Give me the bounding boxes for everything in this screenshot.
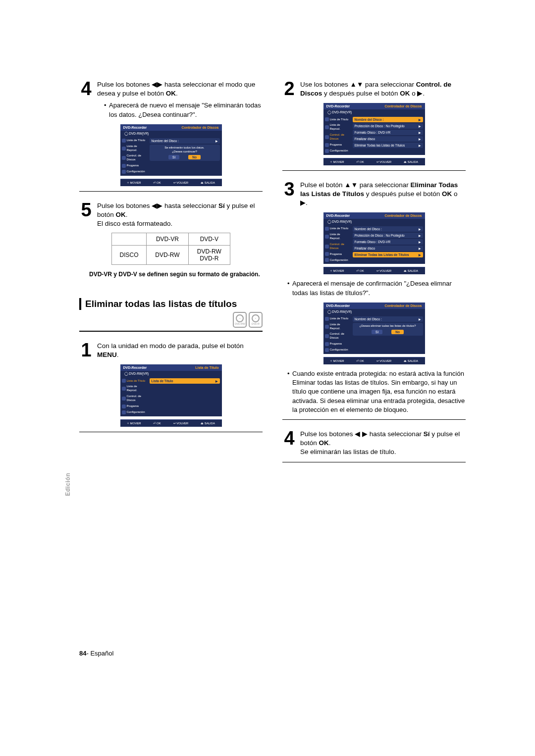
step-text: Con la unidad en modo de parada, pulse e…	[97, 341, 263, 359]
step-number: 3	[282, 180, 296, 199]
f: ⏏ SALIDA	[404, 269, 418, 272]
si: Lista de Reprod.	[330, 233, 349, 241]
f: ↩ VOLVER	[173, 181, 189, 184]
f: ⏎ OK	[356, 160, 364, 163]
divider	[79, 191, 263, 192]
step-number: 2	[282, 79, 296, 98]
f: ⏎ OK	[356, 269, 364, 272]
f: ⏎ OK	[153, 181, 160, 184]
td: DVD-RW DVD-R	[188, 245, 230, 264]
osd-row: Protección de Disco : No Protegido▶	[353, 123, 423, 129]
step3-bullets2: Cuando existe entrada protegida: no esta…	[287, 369, 466, 414]
step4: 4 Pulse los botones ◀▶ hasta seleccionar…	[79, 79, 263, 98]
t: ◯ DVD-RW(VR)	[323, 219, 425, 225]
t: ◯ DVD-RW(VR)	[323, 109, 425, 115]
t: Sí	[424, 430, 430, 438]
msg: Se eliminarán todos los datos.	[152, 146, 218, 150]
osd-btn-si: Sí	[168, 155, 179, 159]
heading-underline	[79, 331, 263, 332]
num: 84	[79, 650, 86, 657]
f: ⏏ SALIDA	[404, 160, 418, 163]
osd-btn-si: Sí	[372, 330, 382, 334]
step-number: 4	[282, 429, 296, 448]
bullet: Aparecerá el mensaje de confirmación "¿D…	[287, 279, 466, 297]
t: Lista de Titulo	[195, 366, 218, 369]
si: Lista de Reprod.	[127, 145, 146, 152]
osd-row: Eliminar Todas las Listas de Títulos▶	[353, 252, 423, 257]
th: DVD-VR	[147, 233, 188, 245]
row: Nombre del Disco :	[355, 317, 382, 321]
t: DVD-Recorder	[326, 104, 350, 108]
f: ⏎ OK	[153, 421, 160, 425]
si: Lista de Título	[330, 118, 349, 122]
si: Configuración	[330, 348, 348, 352]
step2: 2 Use los botones ▲▼ para seleccionar Co…	[282, 79, 466, 98]
osd-row: Finalizar disco▶	[353, 136, 423, 142]
t: OK	[319, 439, 329, 447]
msg: ¿Desea eliminar todas las listas de títu…	[355, 324, 421, 328]
txt: OK	[166, 90, 176, 97]
f: ↩ VOLVER	[173, 421, 189, 425]
f: ✧ MOVER	[330, 359, 344, 362]
t: Controlador de Discos	[384, 214, 422, 217]
osd-sidebar: Lista de Título Lista de Reprod. Control…	[120, 137, 148, 176]
t: .	[126, 211, 128, 218]
t: o ▶.	[410, 90, 425, 97]
right-column: 2 Use los botones ▲▼ para seleccionar Co…	[282, 79, 466, 471]
divider	[282, 170, 466, 171]
t: ◯ DVD-RW(VR)	[120, 371, 222, 377]
t: Se eliminarán las listas de título.	[300, 448, 396, 455]
t: Use los botones ▲▼ para seleccionar	[300, 81, 416, 88]
left-column: 4 Pulse los botones ◀▶ hasta seleccionar…	[79, 79, 263, 471]
t: OK	[116, 211, 126, 218]
t: Con la unidad en modo de parada, pulse e…	[97, 342, 244, 350]
step-number: 4	[79, 79, 93, 98]
osd-btn-no: No	[391, 330, 404, 334]
t: Controlador de Discos	[384, 304, 422, 307]
si: Progama	[330, 143, 342, 147]
step5: 5 Pulse los botones ◀▶ hasta seleccionar…	[79, 201, 263, 229]
msg: ¿Desea continuar?	[152, 150, 218, 154]
table-note: DVD-VR y DVD-V se definen según su forma…	[79, 271, 263, 279]
si: Lista de Reprod.	[330, 123, 349, 131]
t: y después pulse el botón	[364, 190, 442, 198]
v: DVD-RW	[193, 248, 226, 255]
v: DVD-R	[193, 255, 226, 262]
f: ✧ MOVER	[330, 160, 344, 163]
t: DVD-Recorder	[326, 304, 350, 307]
row: Nombre del Disco :	[152, 139, 179, 143]
si: Configuración	[127, 170, 145, 174]
si: Lista de Título	[127, 139, 146, 143]
si: Control. de Discos	[330, 332, 349, 340]
si: Configuración	[330, 149, 348, 153]
si: Configuración	[330, 258, 348, 262]
bullet: Aparecerá de nuevo el mensaje "Se elimin…	[104, 101, 263, 119]
f: ↩ VOLVER	[376, 359, 392, 362]
f: ✧ MOVER	[127, 181, 141, 184]
t: Pulse los botones ◀ ▶ hasta seleccionar	[300, 430, 424, 438]
section-heading: Eliminar todas las listas de títulos	[79, 298, 263, 310]
si: Progama	[127, 164, 139, 168]
heading-bar	[79, 298, 81, 310]
heading-text: Eliminar todas las listas de títulos	[85, 298, 237, 310]
t: Sí	[218, 202, 225, 209]
dvd-format-table: DVD-VR DVD-V DISCO DVD-RW DVD-RW DVD-R	[111, 233, 230, 265]
f: ↩ VOLVER	[376, 160, 392, 163]
lang: - Español	[86, 650, 113, 657]
t: Controlador de Discos	[384, 104, 422, 108]
si: Control. de Discos	[330, 243, 349, 251]
step-number: 5	[79, 201, 93, 219]
side-tab-label: Edición	[64, 473, 71, 496]
t: .	[117, 351, 119, 358]
osd-row: Finalizar disco▶	[353, 246, 423, 251]
osd-step1: DVD-Recorder Lista de Titulo ◯ DVD-RW(VR…	[120, 364, 222, 426]
si: Lista de Título	[330, 317, 349, 321]
t: MENU	[97, 351, 117, 358]
t: ◯ DVD-RW(VR)	[323, 309, 425, 315]
f: ⏎ OK	[356, 359, 364, 362]
osd-subheader: ◯ DVD-RW(VR)	[120, 131, 222, 137]
step4-bullets: Aparecerá de nuevo el mensaje "Se elimin…	[104, 101, 263, 119]
t: El disco está formateado.	[97, 220, 172, 227]
si: Progama	[127, 404, 139, 408]
osd-title: DVD-Recorder	[123, 126, 147, 129]
